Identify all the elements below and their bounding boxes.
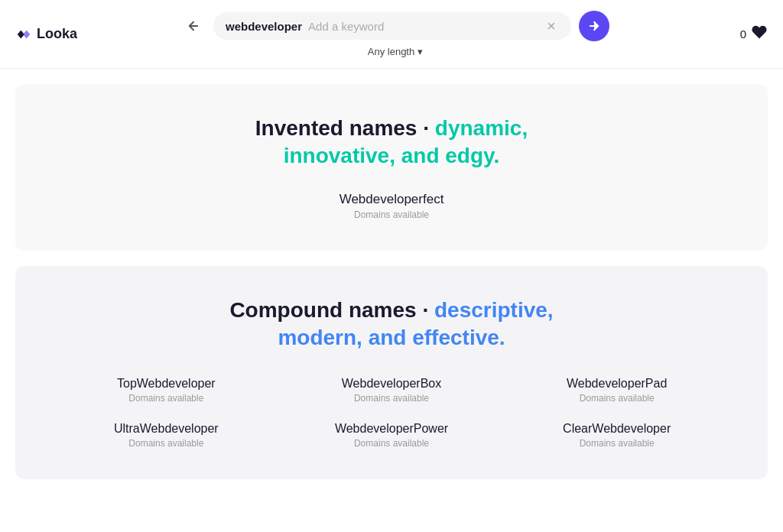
heart-icon[interactable] bbox=[751, 24, 768, 44]
compound-name-title: TopWebdeveloper bbox=[61, 377, 271, 391]
compound-name-item[interactable]: WebdeveloperPowerDomains available bbox=[287, 422, 497, 449]
invented-heading-part1: Invented names · bbox=[255, 116, 435, 140]
invented-heading-highlight1: dynamic, bbox=[435, 116, 528, 140]
invented-name-domains: Domains available bbox=[31, 209, 752, 220]
compound-name-item[interactable]: UltraWebdeveloperDomains available bbox=[61, 422, 271, 449]
header-right: 0 bbox=[707, 24, 768, 44]
invented-names-section: Invented names · dynamic, innovative, an… bbox=[15, 84, 768, 251]
length-filter[interactable]: Any length ▾ bbox=[368, 46, 423, 57]
search-input-wrapper[interactable]: webdeveloper Add a keyword bbox=[213, 12, 571, 40]
logo-icon bbox=[15, 26, 32, 43]
compound-names-section: Compound names · descriptive, modern, an… bbox=[15, 266, 768, 479]
search-placeholder: Add a keyword bbox=[308, 20, 384, 33]
compound-name-item[interactable]: WebdeveloperBoxDomains available bbox=[287, 377, 497, 404]
compound-name-domains: Domains available bbox=[512, 438, 722, 449]
compound-heading: Compound names · descriptive, modern, an… bbox=[31, 297, 752, 352]
search-submit-button[interactable] bbox=[579, 11, 609, 41]
compound-name-domains: Domains available bbox=[61, 438, 271, 449]
back-button[interactable] bbox=[181, 14, 206, 38]
compound-name-title: ClearWebdeveloper bbox=[512, 422, 722, 436]
compound-name-title: WebdeveloperPower bbox=[287, 422, 497, 436]
compound-name-domains: Domains available bbox=[512, 393, 722, 404]
invented-name-title: Webdeveloperfect bbox=[31, 192, 752, 207]
header: Looka webdeveloper Add a keyword bbox=[0, 0, 783, 69]
compound-heading-highlight2: modern, and effective. bbox=[278, 326, 505, 349]
compound-name-title: WebdeveloperPad bbox=[512, 377, 722, 391]
compound-names-grid: TopWebdeveloperDomains availableWebdevel… bbox=[31, 377, 752, 449]
compound-name-domains: Domains available bbox=[287, 393, 497, 404]
invented-heading-highlight2: innovative, and edgy. bbox=[284, 144, 500, 167]
compound-name-domains: Domains available bbox=[61, 393, 271, 404]
logo-text: Looka bbox=[37, 26, 77, 42]
compound-name-title: UltraWebdeveloper bbox=[61, 422, 271, 436]
clear-button[interactable] bbox=[544, 18, 559, 34]
favorites-count: 0 bbox=[740, 28, 746, 41]
compound-heading-part1: Compound names · bbox=[229, 298, 434, 322]
search-term: webdeveloper bbox=[226, 20, 302, 33]
compound-name-domains: Domains available bbox=[287, 438, 497, 449]
compound-name-item[interactable]: WebdeveloperPadDomains available bbox=[512, 377, 722, 404]
compound-name-item[interactable]: TopWebdeveloperDomains available bbox=[61, 377, 271, 404]
invented-heading: Invented names · dynamic, innovative, an… bbox=[31, 115, 752, 170]
search-area: webdeveloper Add a keyword Any length ▾ bbox=[84, 11, 707, 57]
length-chevron-icon: ▾ bbox=[417, 46, 423, 57]
compound-name-item[interactable]: ClearWebdeveloperDomains available bbox=[512, 422, 722, 449]
compound-heading-highlight1: descriptive, bbox=[434, 298, 554, 322]
search-bar-row: webdeveloper Add a keyword bbox=[181, 11, 609, 41]
invented-name-item[interactable]: Webdeveloperfect Domains available bbox=[31, 192, 752, 220]
length-filter-label: Any length bbox=[368, 46, 414, 57]
compound-name-title: WebdeveloperBox bbox=[287, 377, 497, 391]
logo[interactable]: Looka bbox=[15, 26, 84, 43]
main-content: Invented names · dynamic, innovative, an… bbox=[0, 84, 783, 517]
